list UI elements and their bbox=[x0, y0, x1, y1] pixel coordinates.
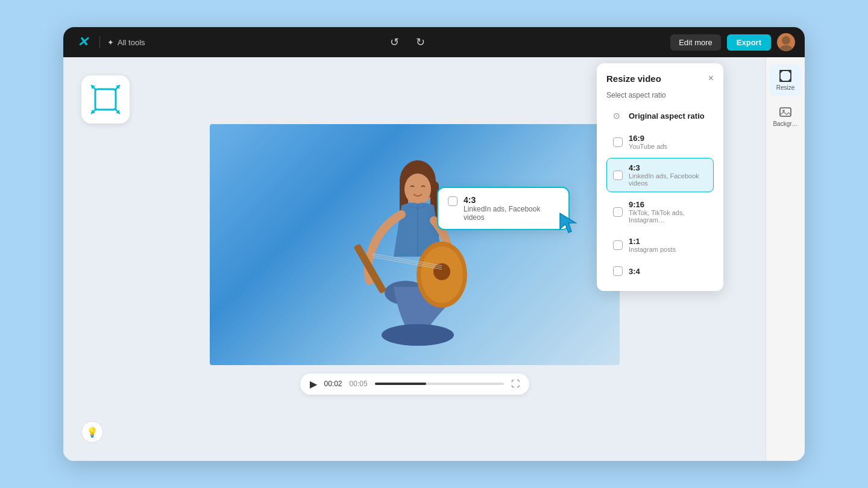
right-panel: Resize Backgr… bbox=[766, 57, 805, 461]
ar-label-4-3: 4:3 bbox=[629, 163, 707, 172]
ar-checkbox-1-1 bbox=[613, 240, 623, 250]
right-panel-background-label: Backgr… bbox=[773, 120, 797, 127]
right-panel-resize-label: Resize bbox=[776, 84, 795, 91]
svg-rect-24 bbox=[780, 108, 791, 116]
ar-item-original[interactable]: ⊙ Original aspect ratio bbox=[606, 105, 714, 126]
ar-item-3-4[interactable]: 3:4 bbox=[606, 261, 714, 281]
tooltip-sublabel: LinkedIn ads, Facebook videos bbox=[464, 205, 559, 222]
time-total: 00:05 bbox=[350, 380, 368, 388]
playback-bar: ▶ 00:02 00:05 ⛶ bbox=[300, 374, 529, 395]
app-window: ✕ ✦ All tools ↺ ↻ Edit more Export bbox=[63, 27, 805, 461]
aspect-ratio-list: ⊙ Original aspect ratio 16:9 YouTube ads bbox=[606, 105, 714, 281]
svg-marker-22 bbox=[560, 213, 576, 233]
svg-rect-23 bbox=[780, 70, 791, 81]
canvas-area: ▶ 00:02 00:05 ⛶ 💡 Resize video × Select … bbox=[63, 57, 766, 461]
ar-item-9-16[interactable]: 9:16 TikTok, TikTok ads, Instagram… bbox=[606, 195, 714, 229]
resize-panel-subtitle: Select aspect ratio bbox=[606, 91, 714, 99]
resize-panel: Resize video × Select aspect ratio ⊙ Ori… bbox=[597, 63, 723, 291]
tooltip-label: 4:3 bbox=[464, 195, 559, 205]
lightbulb-icon: 💡 bbox=[86, 427, 98, 438]
resize-icon-box bbox=[81, 75, 130, 124]
edit-more-button[interactable]: Edit more bbox=[670, 34, 721, 51]
ar-label-original: Original aspect ratio bbox=[629, 111, 705, 120]
lightbulb-button[interactable]: 💡 bbox=[81, 421, 103, 443]
resize-panel-icon bbox=[779, 69, 792, 83]
ar-item-16-9[interactable]: 16:9 YouTube ads bbox=[606, 128, 714, 155]
ar-sublabel-4-3: LinkedIn ads, Facebook videos bbox=[629, 172, 707, 187]
play-button[interactable]: ▶ bbox=[310, 378, 317, 390]
time-current: 00:02 bbox=[324, 380, 342, 388]
main-content: ▶ 00:02 00:05 ⛶ 💡 Resize video × Select … bbox=[63, 57, 805, 461]
topbar: ✕ ✦ All tools ↺ ↻ Edit more Export bbox=[63, 27, 805, 57]
ar-label-9-16: 9:16 bbox=[629, 200, 707, 209]
svg-point-1 bbox=[779, 45, 793, 51]
svg-point-16 bbox=[433, 263, 450, 280]
topbar-center: ↺ ↻ bbox=[153, 33, 664, 51]
ar-label-1-1: 1:1 bbox=[629, 237, 676, 246]
progress-fill bbox=[375, 383, 427, 385]
ar-item-4-3[interactable]: 4:3 LinkedIn ads, Facebook videos bbox=[606, 158, 714, 192]
ar-label-3-4: 3:4 bbox=[629, 267, 640, 276]
ar-sublabel-1-1: Instagram posts bbox=[629, 246, 676, 253]
ar-checkbox-16-9 bbox=[613, 137, 623, 147]
tooltip-popup: 4:3 LinkedIn ads, Facebook videos bbox=[437, 187, 570, 230]
svg-point-11 bbox=[404, 174, 431, 205]
ar-item-1-1[interactable]: 1:1 Instagram posts bbox=[606, 231, 714, 258]
background-panel-icon bbox=[779, 105, 792, 119]
ar-sublabel-16-9: YouTube ads bbox=[629, 143, 667, 150]
wand-icon: ✦ bbox=[107, 38, 114, 47]
topbar-divider bbox=[99, 36, 100, 48]
ar-label-16-9: 16:9 bbox=[629, 134, 667, 143]
svg-rect-2 bbox=[95, 89, 116, 110]
tooltip-checkbox bbox=[448, 196, 458, 206]
close-panel-button[interactable]: × bbox=[708, 73, 714, 84]
undo-button[interactable]: ↺ bbox=[388, 33, 401, 51]
ar-sublabel-9-16: TikTok, TikTok ads, Instagram… bbox=[629, 209, 707, 224]
original-icon: ⊙ bbox=[613, 111, 620, 120]
svg-point-21 bbox=[382, 324, 454, 346]
ar-checkbox-4-3 bbox=[613, 170, 623, 180]
topbar-right: Edit more Export bbox=[670, 33, 795, 51]
right-panel-resize[interactable]: Resize bbox=[770, 64, 801, 96]
avatar[interactable] bbox=[777, 33, 795, 51]
svg-point-0 bbox=[782, 36, 790, 45]
export-button[interactable]: Export bbox=[727, 34, 771, 51]
redo-button[interactable]: ↻ bbox=[414, 33, 427, 51]
right-panel-background[interactable]: Backgr… bbox=[770, 101, 801, 132]
all-tools-button[interactable]: ✦ All tools bbox=[107, 38, 145, 47]
video-frame bbox=[210, 124, 620, 365]
fullscreen-button[interactable]: ⛶ bbox=[511, 379, 520, 389]
resize-panel-header: Resize video × bbox=[606, 73, 714, 84]
resize-panel-title: Resize video bbox=[606, 74, 661, 84]
progress-track[interactable] bbox=[375, 383, 504, 385]
ar-checkbox-9-16 bbox=[613, 207, 623, 217]
ar-checkbox-3-4 bbox=[613, 266, 623, 276]
app-logo: ✕ bbox=[73, 33, 92, 52]
